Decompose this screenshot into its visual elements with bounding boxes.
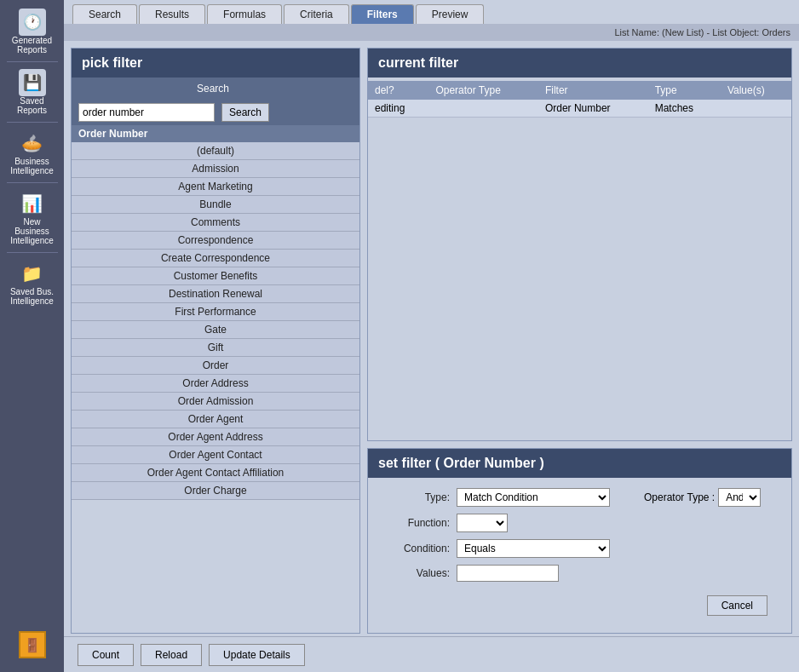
- filter-item[interactable]: Admission: [72, 160, 359, 178]
- function-select[interactable]: Sum Count Average: [457, 514, 508, 532]
- type-label: Type:: [382, 491, 450, 503]
- count-button[interactable]: Count: [78, 644, 134, 666]
- tab-search[interactable]: Search: [72, 4, 137, 24]
- exit-icon: 🚪: [19, 631, 46, 658]
- filter-item[interactable]: Order Agent Contact: [72, 446, 359, 464]
- pick-filter-panel: pick filter Search Search Order Number (…: [71, 48, 360, 634]
- cell-del[interactable]: editing: [368, 100, 428, 118]
- current-filter-table: del? Operator Type Filter Type Value(s) …: [368, 81, 791, 118]
- cell-filter: Order Number: [538, 100, 648, 118]
- search-button[interactable]: Search: [221, 103, 269, 122]
- col-filter: Filter: [538, 81, 648, 100]
- new-bi-icon: 📊: [19, 190, 46, 217]
- values-input[interactable]: [457, 565, 559, 582]
- sidebar-item-business-intelligence[interactable]: 🥧 Business Intelligence: [3, 124, 62, 181]
- filter-item[interactable]: Gift: [72, 339, 359, 357]
- tab-formulas[interactable]: Formulas: [207, 4, 282, 24]
- sidebar-item-exit[interactable]: 🚪: [3, 626, 62, 663]
- table-row: editingOrder NumberMatches: [368, 100, 791, 118]
- filter-items-container: (default)AdmissionAgent MarketingBundleC…: [72, 142, 359, 500]
- sidebar-item-saved-reports-label: Saved Reports: [6, 96, 59, 115]
- pick-filter-search-bar: Search: [72, 78, 359, 100]
- filter-item[interactable]: Gate: [72, 321, 359, 339]
- sidebar-item-saved-reports[interactable]: 💾 Saved Reports: [3, 64, 62, 120]
- main-content: pick filter Search Search Order Number (…: [64, 41, 799, 672]
- set-filter-body: Type: Match Condition Range Expression F…: [368, 478, 791, 633]
- sidebar-item-bi-label: Business Intelligence: [6, 157, 59, 175]
- filter-category: Order Number: [72, 125, 359, 142]
- set-filter-left: Type: Match Condition Range Expression F…: [382, 488, 610, 589]
- current-filter-panel: current filter del? Operator Type Filter…: [367, 48, 792, 441]
- filter-item[interactable]: Order: [72, 357, 359, 375]
- right-panels: current filter del? Operator Type Filter…: [367, 48, 792, 634]
- condition-label: Condition:: [382, 543, 450, 554]
- reload-button[interactable]: Reload: [141, 644, 202, 666]
- cell-type: Matches: [648, 100, 721, 118]
- current-filter-body: editingOrder NumberMatches: [368, 100, 791, 118]
- filter-item[interactable]: (default): [72, 142, 359, 160]
- generated-reports-icon: 🕐: [19, 9, 46, 36]
- filter-item[interactable]: Correspondence: [72, 232, 359, 250]
- sidebar-divider-2: [7, 122, 58, 123]
- filter-item[interactable]: Order Charge: [72, 482, 359, 500]
- sidebar-item-generated-reports-label: Generated Reports: [6, 36, 59, 55]
- sidebar-item-new-bi-label: New Business Intelligence: [6, 217, 59, 245]
- filter-item[interactable]: Order Address: [72, 375, 359, 393]
- info-bar: List Name: (New List) - List Object: Ord…: [64, 24, 799, 41]
- filter-item[interactable]: Order Admission: [72, 393, 359, 411]
- filter-item[interactable]: Customer Benefits: [72, 267, 359, 285]
- sidebar-divider-3: [7, 182, 58, 183]
- tab-results[interactable]: Results: [139, 4, 205, 24]
- filter-item[interactable]: Order Agent Address: [72, 428, 359, 446]
- values-label: Values:: [382, 567, 450, 579]
- filter-item[interactable]: Order Agent: [72, 411, 359, 428]
- form-row-type: Type: Match Condition Range Expression: [382, 488, 610, 507]
- info-bar-text: List Name: (New List) - List Object: Ord…: [614, 27, 790, 37]
- current-filter-title: current filter: [368, 49, 791, 78]
- filter-item[interactable]: Order Agent Contact Affiliation: [72, 464, 359, 482]
- bottom-bar: Count Reload Update Details: [64, 636, 799, 672]
- search-input[interactable]: [78, 103, 215, 122]
- filter-item[interactable]: First Performance: [72, 303, 359, 321]
- form-row-condition: Condition: Equals Not Equals Greater Tha…: [382, 539, 610, 558]
- tabs-bar: Search Results Formulas Criteria Filters…: [64, 0, 799, 24]
- sidebar-divider-1: [7, 61, 58, 62]
- cancel-button[interactable]: Cancel: [707, 595, 767, 616]
- sidebar-item-generated-reports[interactable]: 🕐 Generated Reports: [3, 3, 62, 60]
- set-filter-row-top: Type: Match Condition Range Expression F…: [382, 488, 778, 589]
- col-values: Value(s): [721, 81, 791, 100]
- sidebar-item-saved-bus-intelligence[interactable]: 📁 Saved Bus. Intelligence: [3, 255, 62, 311]
- function-label: Function:: [382, 517, 450, 529]
- set-filter-title: set filter ( Order Number ): [368, 449, 791, 478]
- filter-list[interactable]: Order Number (default)AdmissionAgent Mar…: [72, 125, 359, 633]
- saved-bi-icon: 📁: [19, 260, 46, 287]
- search-input-row: Search: [72, 100, 359, 125]
- form-row-values: Values:: [382, 565, 610, 582]
- form-row-function: Function: Sum Count Average: [382, 514, 610, 532]
- set-filter-panel: set filter ( Order Number ) Type: Match …: [367, 448, 792, 634]
- sidebar-divider-4: [7, 252, 58, 253]
- cell-operator_type: [428, 100, 538, 118]
- filter-item[interactable]: Create Correspondence: [72, 250, 359, 267]
- business-intelligence-icon: 🥧: [19, 129, 46, 157]
- filter-item[interactable]: Bundle: [72, 196, 359, 214]
- type-select[interactable]: Match Condition Range Expression: [457, 488, 610, 507]
- operator-type-section: Operator Type : And Or: [644, 488, 761, 507]
- sidebar-item-saved-bi-label: Saved Bus. Intelligence: [6, 287, 59, 306]
- tab-preview[interactable]: Preview: [416, 4, 485, 24]
- filter-item[interactable]: Comments: [72, 214, 359, 232]
- condition-select[interactable]: Equals Not Equals Greater Than Less Than…: [457, 539, 610, 558]
- col-operator-type: Operator Type: [428, 81, 538, 100]
- update-details-button[interactable]: Update Details: [209, 644, 305, 666]
- cell-values: [721, 100, 791, 118]
- search-bar-label: Search: [197, 83, 229, 95]
- saved-reports-icon: 💾: [19, 69, 46, 96]
- col-type: Type: [648, 81, 721, 100]
- tab-filters[interactable]: Filters: [351, 4, 414, 24]
- filter-item[interactable]: Agent Marketing: [72, 178, 359, 196]
- tab-criteria[interactable]: Criteria: [284, 4, 349, 24]
- operator-type-select[interactable]: And Or: [718, 488, 761, 507]
- sidebar-item-new-business-intelligence[interactable]: 📊 New Business Intelligence: [3, 185, 62, 250]
- operator-type-label: Operator Type :: [644, 491, 715, 503]
- filter-item[interactable]: Destination Renewal: [72, 285, 359, 303]
